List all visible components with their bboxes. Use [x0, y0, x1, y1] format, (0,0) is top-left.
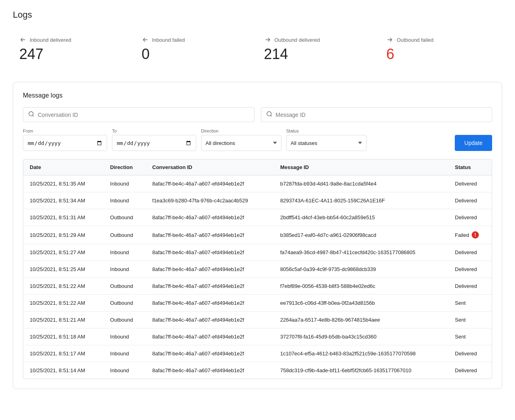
stats-row: Inbound delivered 247 Inbound failed 0 O…: [13, 31, 502, 69]
cell-date: 10/25/2021, 8:51:22 AM: [23, 278, 104, 295]
cell-status: Delivered: [448, 261, 492, 278]
table-row[interactable]: 10/25/2021, 8:51:22 AMOutbound8afac7ff-b…: [23, 295, 492, 312]
from-date-input[interactable]: [23, 135, 107, 151]
cell-conversation-id: 8afac7ff-be4c-46a7-a607-efd494eb1e2f: [146, 362, 274, 379]
stat-value-outbound-failed: 6: [386, 46, 493, 63]
stat-icon-inbound-failed: [142, 36, 149, 43]
stat-inbound-failed: Inbound failed 0: [135, 31, 258, 69]
cell-message-id: 2264aa7a-6517-4e8b-826b-9674815b4aee: [274, 312, 448, 328]
message-logs-card: Message logs Fro: [13, 82, 502, 389]
cell-message-id: 372707f8-fa16-45d9-b5db-ba43c15cd360: [274, 328, 448, 345]
table-row[interactable]: 10/25/2021, 8:51:35 AMInbound8afac7ff-be…: [23, 175, 492, 192]
direction-label: Direction: [201, 128, 281, 133]
table-header: DateDirectionConversation IDMessage IDSt…: [23, 159, 492, 175]
cell-message-id: 8293743A-61EC-4A11-8025-159C26A1E16F: [274, 192, 448, 209]
to-date-input[interactable]: [112, 135, 196, 151]
message-id-input[interactable]: [276, 112, 487, 118]
failed-icon: !: [472, 231, 479, 239]
cell-direction: Inbound: [104, 175, 146, 192]
cell-status: Delivered: [448, 362, 492, 379]
cell-conversation-id: 8afac7ff-be4c-46a7-a607-efd494eb1e2f: [146, 209, 274, 226]
conversation-search-icon: [28, 111, 35, 118]
cell-message-id: fa74aea9-36cd-4987-8b47-411cecfd420c-163…: [274, 244, 448, 261]
cell-date: 10/25/2021, 8:51:14 AM: [23, 362, 104, 379]
cell-conversation-id: 8afac7ff-be4c-46a7-a607-efd494eb1e2f: [146, 278, 274, 295]
table-row[interactable]: 10/25/2021, 8:51:25 AMInbound8afac7ff-be…: [23, 261, 492, 278]
cell-message-id: 1c107ec4-ef5a-4612-b463-83a2f521c59e-163…: [274, 345, 448, 362]
to-filter-group: To: [112, 128, 196, 151]
status-failed-badge: Failed !: [455, 231, 485, 239]
stat-icon-outbound-failed: [386, 36, 393, 43]
cell-date: 10/25/2021, 8:51:31 AM: [23, 209, 104, 226]
cell-direction: Inbound: [104, 261, 146, 278]
cell-date: 10/25/2021, 8:51:34 AM: [23, 192, 104, 209]
cell-conversation-id: 8afac7ff-be4c-46a7-a607-efd494eb1e2f: [146, 312, 274, 328]
cell-date: 10/25/2021, 8:51:35 AM: [23, 175, 104, 192]
cell-message-id: ee7913c6-c06d-43ff-b0ea-0f2a43d8156b: [274, 295, 448, 312]
cell-conversation-id: 8afac7ff-be4c-46a7-a607-efd494eb1e2f: [146, 175, 274, 192]
svg-line-3: [271, 115, 272, 116]
conversation-id-input[interactable]: [38, 112, 249, 118]
stat-outbound-delivered: Outbound delivered 214: [258, 31, 380, 69]
cell-status: Delivered: [448, 244, 492, 261]
table-row[interactable]: 10/25/2021, 8:51:31 AMOutbound8afac7ff-b…: [23, 209, 492, 226]
direction-select[interactable]: All directionsInboundOutbound: [201, 135, 281, 151]
card-title: Message logs: [23, 92, 492, 99]
status-select[interactable]: All statusesDeliveredSentFailed: [286, 135, 366, 151]
table-body: 10/25/2021, 8:51:35 AMInbound8afac7ff-be…: [23, 175, 492, 379]
stat-label-inbound-failed: Inbound failed: [142, 36, 248, 43]
status-label: Status: [286, 128, 366, 133]
cell-message-id: f7ebf89e-0056-4538-b8f3-588b4e02ed6c: [274, 278, 448, 295]
cell-status: Delivered: [448, 192, 492, 209]
cell-direction: Outbound: [104, 226, 146, 244]
cell-direction: Outbound: [104, 312, 146, 328]
logs-table: DateDirectionConversation IDMessage IDSt…: [23, 159, 492, 379]
to-label: To: [112, 128, 196, 133]
page-title: Logs: [13, 10, 502, 20]
header-row: DateDirectionConversation IDMessage IDSt…: [23, 159, 492, 175]
table-row[interactable]: 10/25/2021, 8:51:21 AMOutbound8afac7ff-b…: [23, 312, 492, 328]
stat-outbound-failed: Outbound failed 6: [380, 31, 502, 69]
th-date: Date: [23, 159, 104, 175]
update-button[interactable]: Update: [455, 135, 492, 151]
cell-status: Delivered: [448, 278, 492, 295]
cell-message-id: b385ed17-eaf0-4d7c-a961-02906f98cacd: [274, 226, 448, 244]
th-status: Status: [448, 159, 492, 175]
cell-conversation-id: 8afac7ff-be4c-46a7-a607-efd494eb1e2f: [146, 345, 274, 362]
table-row[interactable]: 10/25/2021, 8:51:29 AMOutbound8afac7ff-b…: [23, 226, 492, 244]
svg-point-0: [29, 112, 33, 116]
cell-status: Sent: [448, 295, 492, 312]
message-search-box: [261, 107, 493, 122]
table-row[interactable]: 10/25/2021, 8:51:18 AMInbound8afac7ff-be…: [23, 328, 492, 345]
cell-date: 10/25/2021, 8:51:29 AM: [23, 226, 104, 244]
cell-message-id: 2bdff541-d4cf-43eb-bb54-60c2a859e515: [274, 209, 448, 226]
cell-date: 10/25/2021, 8:51:27 AM: [23, 244, 104, 261]
svg-point-2: [267, 112, 271, 116]
stat-label-outbound-failed: Outbound failed: [386, 36, 493, 43]
from-filter-group: From: [23, 128, 107, 151]
table-row[interactable]: 10/25/2021, 8:51:22 AMOutbound8afac7ff-b…: [23, 278, 492, 295]
search-row: [23, 107, 492, 122]
svg-line-1: [33, 115, 34, 116]
table-row[interactable]: 10/25/2021, 8:51:17 AMInbound8afac7ff-be…: [23, 345, 492, 362]
logs-table-container: DateDirectionConversation IDMessage IDSt…: [23, 159, 492, 379]
status-filter-group: Status All statusesDeliveredSentFailed: [286, 128, 366, 151]
stat-label-inbound-delivered: Inbound delivered: [19, 36, 126, 43]
cell-date: 10/25/2021, 8:51:21 AM: [23, 312, 104, 328]
table-row[interactable]: 10/25/2021, 8:51:14 AMInbound8afac7ff-be…: [23, 362, 492, 379]
conversation-search-box: [23, 107, 254, 122]
stat-label-outbound-delivered: Outbound delivered: [264, 36, 370, 43]
cell-direction: Inbound: [104, 362, 146, 379]
stat-icon-outbound-delivered: [264, 36, 271, 43]
cell-date: 10/25/2021, 8:51:25 AM: [23, 261, 104, 278]
table-row[interactable]: 10/25/2021, 8:51:34 AMInboundf1ea3c69-b2…: [23, 192, 492, 209]
cell-status: Sent: [448, 312, 492, 328]
cell-conversation-id: 8afac7ff-be4c-46a7-a607-efd494eb1e2f: [146, 295, 274, 312]
from-label: From: [23, 128, 107, 133]
table-row[interactable]: 10/25/2021, 8:51:27 AMInbound8afac7ff-be…: [23, 244, 492, 261]
cell-direction: Inbound: [104, 345, 146, 362]
cell-conversation-id: 8afac7ff-be4c-46a7-a607-efd494eb1e2f: [146, 328, 274, 345]
cell-date: 10/25/2021, 8:51:17 AM: [23, 345, 104, 362]
th-message-id: Message ID: [274, 159, 448, 175]
cell-status: Sent: [448, 328, 492, 345]
